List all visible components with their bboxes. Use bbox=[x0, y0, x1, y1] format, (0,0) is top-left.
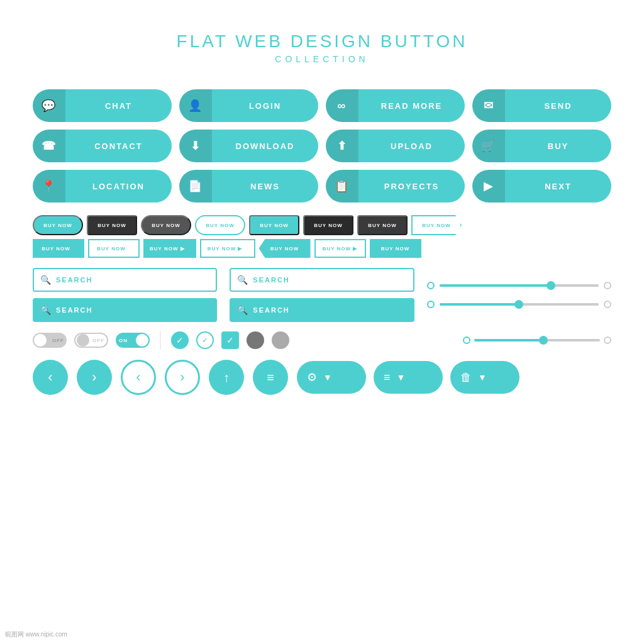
main-container: FLAT WEB DESIGN BUTTON COLLECTION 💬 CHAT… bbox=[20, 13, 624, 414]
gear-dropdown-btn[interactable]: ⚙ ▼ bbox=[297, 361, 366, 394]
chevron-icon-3: ▼ bbox=[478, 372, 487, 382]
arrow-outline[interactable]: BUY NOW bbox=[195, 215, 245, 235]
toggle-knob-3 bbox=[136, 334, 148, 347]
search-input-1[interactable] bbox=[56, 276, 209, 284]
arrow-btn-label: BUY NOW bbox=[422, 223, 451, 228]
contact-button[interactable]: ☎ CONTACT bbox=[33, 130, 172, 162]
progress-thumb[interactable] bbox=[539, 336, 548, 345]
arrow-dark3[interactable]: BUY NOW bbox=[357, 215, 408, 235]
arrow-btn-label: BUY NOW bbox=[314, 223, 343, 228]
upload-button[interactable]: ⬆ UPLOAD bbox=[326, 130, 465, 162]
menu-dropdown-btn[interactable]: ≡ ▼ bbox=[374, 361, 443, 394]
watermark: 昵图网 www.nipic.com bbox=[5, 630, 67, 639]
arrow-pill-teal[interactable]: BUY NOW bbox=[33, 215, 83, 235]
readmore-button[interactable]: ∞ READ MORE bbox=[326, 89, 465, 122]
checkbox-lightgray[interactable] bbox=[272, 331, 289, 349]
slider-thumb-1[interactable] bbox=[547, 281, 555, 290]
checkbox-outline[interactable]: ✓ bbox=[196, 331, 214, 349]
circle-up-btn[interactable]: ↑ bbox=[209, 360, 244, 395]
tag-btn-5[interactable]: BUY NOW bbox=[259, 239, 311, 258]
tag-btn-2[interactable]: BUY NOW bbox=[88, 239, 140, 258]
trash-icon: 🗑 bbox=[460, 371, 472, 384]
chat-icon: 💬 bbox=[33, 89, 65, 122]
tag-btn-1[interactable]: BUY NOW bbox=[33, 239, 84, 258]
circle-right-btn[interactable]: › bbox=[77, 360, 112, 395]
arrow-darkgray[interactable]: BUY NOW bbox=[141, 215, 191, 235]
proyects-button[interactable]: 📋 PROYECTS bbox=[326, 170, 465, 203]
chevron-icon-1: ▼ bbox=[323, 372, 332, 382]
proyects-icon: 📋 bbox=[326, 170, 358, 203]
news-button[interactable]: 📄 NEWS bbox=[179, 170, 318, 203]
next-icon: ▶ bbox=[472, 170, 505, 203]
arrow-dark2[interactable]: BUY NOW bbox=[303, 215, 353, 235]
arrow-btn-label: BUY NOW bbox=[368, 223, 397, 228]
tag-btn-7[interactable]: BUY NOW bbox=[370, 239, 421, 258]
circle-menu-btn[interactable]: ≡ bbox=[253, 360, 288, 395]
slider-dot-end-2 bbox=[604, 301, 611, 308]
search-col-2: 🔍 🔍 bbox=[230, 268, 414, 322]
circle-right-outline-btn[interactable]: › bbox=[165, 360, 200, 395]
infinity-icon: ∞ bbox=[326, 89, 358, 122]
tag-btn-3[interactable]: BUY NOW ▶ bbox=[143, 239, 196, 258]
upload-icon: ⬆ bbox=[326, 130, 358, 162]
trash-dropdown-btn[interactable]: 🗑 ▼ bbox=[450, 361, 519, 394]
contact-label: CONTACT bbox=[65, 142, 172, 151]
send-icon: ✉ bbox=[472, 89, 505, 122]
toggle-label-2: OFF bbox=[92, 338, 104, 343]
tag-btn-4[interactable]: BUY NOW ▶ bbox=[200, 239, 255, 258]
search-icon-2: 🔍 bbox=[40, 305, 51, 315]
toggle-off-gray[interactable]: OFF bbox=[33, 333, 67, 348]
chat-button[interactable]: 💬 CHAT bbox=[33, 89, 172, 122]
tag-btn-6[interactable]: BUY NOW ▶ bbox=[314, 239, 366, 258]
login-label: LOGIN bbox=[212, 101, 318, 111]
slider-track-2 bbox=[440, 303, 599, 306]
arrow-dark[interactable]: BUY NOW bbox=[87, 215, 137, 235]
chat-label: CHAT bbox=[65, 101, 172, 111]
search-box-1: 🔍 bbox=[33, 268, 217, 292]
progress-slider bbox=[463, 336, 611, 344]
slider-1 bbox=[427, 282, 611, 289]
progress-track bbox=[474, 339, 600, 341]
slider-track-1 bbox=[440, 284, 599, 287]
toggle-label-1: OFF bbox=[52, 338, 64, 343]
arrow-outline2[interactable]: BUY NOW bbox=[411, 215, 462, 235]
arrow-btn-label: BUY NOW bbox=[260, 223, 289, 228]
toggle-label-3: ON bbox=[119, 338, 128, 343]
toggle-knob-1 bbox=[34, 334, 47, 347]
slider-fill-1 bbox=[440, 284, 551, 287]
arrow-teal-rect[interactable]: BUY NOW bbox=[249, 215, 299, 235]
arrow-btn-label: BUY NOW bbox=[206, 223, 235, 228]
buttons-grid: 💬 CHAT 👤 LOGIN ∞ READ MORE ✉ SEND ☎ CONT… bbox=[33, 89, 611, 203]
search-col-1: 🔍 🔍 bbox=[33, 268, 217, 322]
location-icon: 📍 bbox=[33, 170, 65, 203]
search-input-2[interactable] bbox=[56, 306, 209, 314]
arrow-btn-label: BUY NOW bbox=[43, 223, 72, 228]
circle-left-btn[interactable]: ‹ bbox=[33, 360, 68, 395]
location-button[interactable]: 📍 LOCATION bbox=[33, 170, 172, 203]
circle-left-outline-btn[interactable]: ‹ bbox=[121, 360, 156, 395]
circles-row: ‹ › ‹ › ↑ ≡ ⚙ ▼ ≡ ▼ 🗑 ▼ bbox=[33, 360, 611, 395]
download-button[interactable]: ⬇ DOWNLOAD bbox=[179, 130, 318, 162]
slider-dot-start-1 bbox=[427, 282, 435, 289]
buy-button[interactable]: 🛒 BUY bbox=[472, 130, 611, 162]
progress-dot-start bbox=[463, 336, 470, 344]
checkbox-gray[interactable] bbox=[247, 331, 264, 349]
search-input-3[interactable] bbox=[253, 276, 406, 284]
search-icon-3: 🔍 bbox=[237, 275, 248, 285]
page-title: FLAT WEB DESIGN BUTTON bbox=[33, 31, 611, 52]
send-button[interactable]: ✉ SEND bbox=[472, 89, 611, 122]
login-button[interactable]: 👤 LOGIN bbox=[179, 89, 318, 122]
checkbox-checked-2[interactable]: ✓ bbox=[221, 331, 239, 349]
toggle-off-outline[interactable]: OFF bbox=[74, 333, 108, 348]
slider-2 bbox=[427, 301, 611, 308]
search-box-3: 🔍 bbox=[230, 268, 414, 292]
next-button[interactable]: ▶ NEXT bbox=[472, 170, 611, 203]
dropdown-group: ⚙ ▼ ≡ ▼ 🗑 ▼ bbox=[297, 361, 519, 394]
slider-thumb-2[interactable] bbox=[514, 300, 523, 309]
next-label: NEXT bbox=[505, 182, 611, 191]
send-label: SEND bbox=[505, 101, 611, 111]
search-input-4[interactable] bbox=[253, 306, 406, 314]
upload-label: UPLOAD bbox=[358, 142, 465, 151]
toggle-on-teal[interactable]: ON bbox=[116, 333, 150, 348]
checkbox-checked-1[interactable]: ✓ bbox=[171, 331, 189, 349]
